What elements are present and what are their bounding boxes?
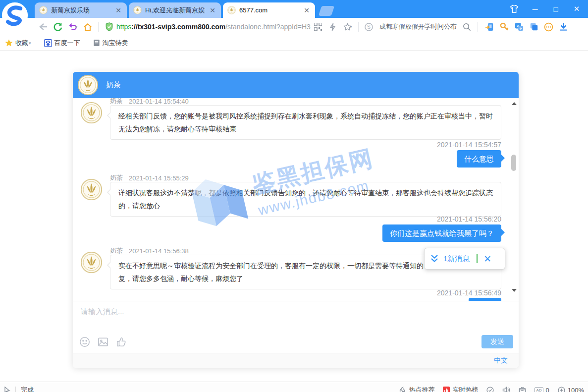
hot-recommend-label: 热点推荐: [409, 386, 434, 392]
message-input[interactable]: [80, 306, 506, 331]
address-bar[interactable]: https://tx301-svip3.comm800.com/standalo…: [116, 23, 311, 31]
agent-avatar: [80, 251, 103, 274]
language-toggle[interactable]: 中文: [494, 356, 508, 364]
statusbar-separator: [15, 387, 16, 392]
tab-close-icon[interactable]: ✕: [303, 7, 311, 14]
double-chevron-down-icon[interactable]: [429, 254, 439, 263]
tab-close-icon[interactable]: ✕: [114, 7, 122, 14]
scroll-down-arrow[interactable]: [512, 289, 517, 292]
download-box-toggle[interactable]: [519, 387, 526, 392]
message-timestamp: 2021-01-14 15:54:40: [129, 98, 189, 105]
tab-label: 新葡京娱乐场: [51, 6, 111, 15]
message-timestamp: 2021-01-14 15:54:57: [110, 141, 501, 149]
url-host: ://tx301-svip3.comm800.com: [131, 23, 225, 31]
sound-toggle[interactable]: [502, 387, 510, 392]
favorite-star-icon[interactable]: ▾: [340, 19, 355, 34]
notice-close-icon[interactable]: ✕: [482, 254, 492, 264]
new-message-popup[interactable]: 1新消息 ✕: [424, 248, 505, 270]
bookmark-label: 淘宝特卖: [103, 39, 128, 48]
speaker-icon: [502, 387, 510, 392]
hot-list-icon: [443, 387, 450, 392]
translate-icon[interactable]: A: [512, 19, 527, 34]
bookmark-label: 百度一下: [54, 39, 80, 48]
favorites-label: 收藏: [15, 39, 28, 48]
user-message: 2021-01-14 15:56:49: [110, 289, 501, 301]
agent-message: 奶茶 2021-01-14 15:54:40 经相关部门反馈，您的账号是被我司风…: [110, 98, 501, 140]
messages-scrollbar[interactable]: [511, 99, 517, 300]
message-timestamp: 2021-01-14 15:55:29: [129, 174, 189, 182]
image-upload-icon[interactable]: [98, 336, 108, 347]
undo-dropdown-caret[interactable]: ▾: [75, 24, 78, 29]
tab-close-icon[interactable]: ✕: [209, 7, 216, 14]
qr-code-icon[interactable]: [311, 19, 325, 34]
bookmark-baidu[interactable]: 百度一下: [44, 39, 80, 48]
search-magnifier-icon[interactable]: [460, 19, 475, 34]
scroll-up-arrow[interactable]: [512, 102, 517, 105]
statusbar-right: 热点推荐 实时热榜 AD 0 10: [399, 386, 584, 392]
send-to-phone-icon[interactable]: [482, 19, 497, 34]
adblock-counter[interactable]: AD 0: [535, 387, 549, 392]
tab-favicon: [39, 6, 48, 14]
user-message: 2021-01-14 15:56:20 你们这是赢点钱就给我黑了吗？: [110, 215, 501, 242]
back-icon[interactable]: [36, 19, 51, 34]
baidu-paw-icon: [44, 39, 52, 47]
tab-strip: 新葡京娱乐场 ✕ Hi,欢迎光临新葡京娱樂場 ✕ 6577.com ✕: [35, 2, 333, 18]
maximize-button[interactable]: □: [548, 1, 563, 16]
favorites-menu[interactable]: 收藏 ▾: [5, 39, 31, 48]
more-menu-icon[interactable]: [541, 19, 556, 34]
chat-agent-name: 奶茶: [106, 80, 121, 90]
download-icon[interactable]: [556, 19, 571, 34]
favorites-dropdown-caret[interactable]: ▾: [29, 41, 31, 46]
emoji-icon[interactable]: [79, 336, 90, 347]
user-message: 2021-01-14 15:54:57 什么意思: [110, 141, 501, 168]
agent-name: 奶茶: [110, 98, 123, 106]
agent-name: 奶茶: [110, 173, 123, 182]
home-icon[interactable]: [80, 19, 95, 34]
box-icon: [519, 387, 526, 392]
chat-message-list[interactable]: 鉴黑担保网 www.jhdb8.com 奶茶 2021-01-14 15:54:…: [73, 98, 519, 301]
minimize-button[interactable]: ─: [528, 1, 542, 16]
send-button[interactable]: 发送: [481, 335, 513, 348]
statusbar-left: 完成: [4, 386, 34, 392]
hot-recommend-toggle[interactable]: 热点推荐: [399, 386, 434, 392]
new-message-label[interactable]: 1新消息: [443, 254, 470, 264]
notice-divider: [477, 254, 478, 263]
security-shield-icon[interactable]: [102, 19, 116, 34]
zoom-plus-icon: [558, 387, 565, 392]
refresh-icon[interactable]: [51, 19, 65, 34]
password-key-icon[interactable]: [497, 19, 512, 34]
chat-input-area: 发送: [73, 301, 519, 353]
agent-bubble: 经相关部门反馈，您的账号是被我司风控系统捕捉到存在刷水套利现象，系统自动捕捉冻结…: [110, 105, 501, 140]
chat-footer: 中文: [73, 353, 519, 368]
tab-favicon: [133, 6, 142, 14]
tab-6577-active[interactable]: 6577.com ✕: [223, 2, 315, 18]
zoom-control[interactable]: 100%: [558, 387, 584, 392]
collection-icon[interactable]: [527, 19, 541, 34]
adblock-count: 0: [546, 387, 549, 392]
load-status-text: 完成: [21, 386, 34, 392]
chat-widget: 奶茶 鉴黑担保网 www.jhdb8.com 奶: [73, 72, 519, 368]
bookmark-taobao[interactable]: 淘宝特卖: [93, 39, 128, 48]
flash-lightning-icon[interactable]: [325, 19, 340, 34]
browser-titlebar: 新葡京娱乐场 ✕ Hi,欢迎光临新葡京娱樂場 ✕ 6577.com ✕ ─ □ …: [0, 0, 588, 18]
tab-welcome[interactable]: Hi,欢迎光临新葡京娱樂場 ✕: [129, 2, 221, 18]
toolbar-separator: [358, 22, 359, 32]
undo-icon[interactable]: ▾: [65, 19, 80, 34]
cursor-icon[interactable]: [4, 387, 10, 392]
tab-favicon: [227, 6, 236, 14]
page-check-toggle[interactable]: [486, 387, 494, 392]
theme-skin-icon[interactable]: [507, 1, 522, 16]
agent-avatar: [77, 74, 99, 96]
toolbar-separator: [98, 22, 99, 32]
close-button[interactable]: ✕: [569, 1, 584, 16]
url-protocol: https: [116, 23, 131, 31]
tab-label: Hi,欢迎光临新葡京娱樂場: [145, 6, 205, 15]
tab-xpj-casino[interactable]: 新葡京娱乐场 ✕: [35, 2, 127, 18]
hot-list-toggle[interactable]: 实时热榜: [443, 386, 478, 392]
new-tab-button[interactable]: [319, 6, 334, 16]
message-timestamp: 2021-01-14 15:56:38: [129, 247, 189, 255]
search-suggestion-text[interactable]: 成都寒假放假开学时间公布: [379, 22, 457, 31]
scrollbar-thumb[interactable]: [511, 155, 516, 171]
star-dropdown-caret[interactable]: ▾: [350, 24, 352, 29]
thumbs-up-icon[interactable]: [116, 336, 127, 347]
